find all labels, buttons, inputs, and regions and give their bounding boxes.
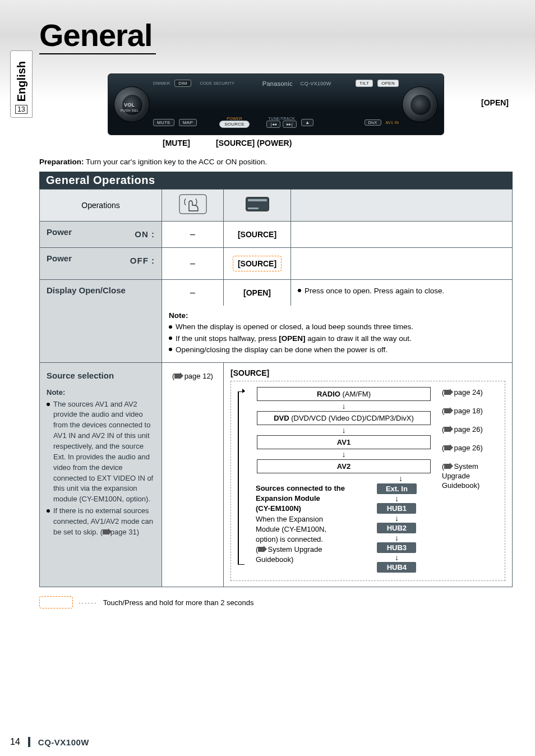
- source-note-2b: page 31): [108, 528, 139, 536]
- language-page-index: 13: [15, 105, 27, 114]
- brand-label: Panasonic: [262, 80, 293, 87]
- expansion-text: Sources connected to the Expansion Modul…: [256, 483, 348, 573]
- divx-label: DivX: [365, 119, 381, 126]
- callout-source-power: [SOURCE] (POWER): [216, 139, 292, 147]
- knob-vol-label: VOL: [124, 102, 135, 108]
- power-off-label-cell: Power OFF :: [40, 248, 162, 280]
- flow-dvd-b: DVD: [274, 414, 289, 422]
- power-off-desc: [291, 248, 513, 280]
- power-label: POWER: [227, 117, 242, 121]
- page-ref-av1-text: page 26): [454, 425, 483, 434]
- flow-radio: RADIO (AM/FM): [257, 387, 431, 401]
- bullet-icon: [169, 325, 172, 329]
- preparation-text: Turn your car's ignition key to the ACC …: [84, 158, 268, 166]
- page: English 13 General [VOL] [TILT] [OPEN] V…: [0, 0, 535, 756]
- flow-av1: AV1: [257, 435, 431, 449]
- source-button: SOURCE: [219, 121, 250, 128]
- bullet-icon: [169, 336, 172, 340]
- flow-av2: AV2: [257, 459, 431, 473]
- arrow-down-icon: ↓: [395, 553, 399, 562]
- flow-radio-b: RADIO: [317, 390, 340, 398]
- map-button: MAP: [179, 119, 197, 126]
- device-top-row: DIMMER DIM CODE SECURITY Panasonic CQ-VX…: [153, 80, 399, 87]
- operations-table: Operations Power ON : – [SOURCE]: [39, 189, 513, 587]
- expansion-title-2: (CY-EM100N): [256, 504, 301, 513]
- bullet-icon: [298, 289, 301, 292]
- device-bottom-row: MUTE MAP POWER SOURCE TUNE/TRACK |◂◂ ▸▸|…: [153, 117, 399, 128]
- remote-icon: [246, 197, 269, 211]
- bullet-icon: [47, 403, 50, 406]
- arrow-down-icon: ↓: [342, 426, 346, 434]
- power-off-label: Power: [47, 253, 72, 263]
- arrow-down-icon: ↓: [399, 474, 403, 482]
- flow-hub3: HUB3: [377, 542, 416, 553]
- power-on-state: ON :: [135, 229, 155, 239]
- loop-indicator: [238, 387, 246, 573]
- open-button: OPEN: [377, 80, 399, 87]
- page-ref-av1: ( page 26): [442, 425, 498, 434]
- power-off-remote: [SOURCE]: [224, 248, 291, 280]
- legend: ······ Touch/Press and hold for more tha…: [39, 596, 513, 609]
- source-hand-ref: page 12): [185, 372, 213, 380]
- flow-pageref-column: ( page 24) ( page 18) ( page 26) ( page …: [442, 387, 498, 491]
- display-remote: [OPEN]: [224, 280, 291, 306]
- model-label: CQ-VX100W: [301, 81, 331, 86]
- device-diagram-area: [VOL] [TILT] [OPEN] VOL PUSH SEL DIMMER …: [39, 58, 513, 147]
- display-note-2c: again to draw it all the way out.: [306, 334, 412, 343]
- power-on-remote: [SOURCE]: [224, 222, 291, 248]
- eject-button: ▲: [301, 119, 313, 126]
- source-note-2: If there is no external sources connecte…: [53, 506, 155, 538]
- page-footer: 14 CQ-VX100W: [10, 737, 89, 747]
- language-label: English: [15, 61, 28, 102]
- header-desc-cell: [291, 190, 513, 222]
- footer-rule: [28, 737, 30, 747]
- source-left-cell: Source selection Note: The sources AV1 a…: [40, 363, 162, 587]
- power-off-hand: –: [162, 248, 224, 280]
- display-note-1: When the display is opened or closed, a …: [176, 322, 413, 331]
- header-remote-icon-cell: [224, 190, 291, 222]
- arrow-icon: [444, 390, 450, 395]
- bullet-icon: [169, 348, 172, 351]
- preparation-line: Preparation: Turn your car's ignition ke…: [39, 158, 513, 166]
- tilt-button: TILT: [356, 80, 373, 87]
- power-on-label: Power: [47, 227, 72, 237]
- source-hand: ( page 12): [162, 363, 224, 587]
- power-off-state: OFF :: [130, 256, 155, 265]
- hold-indicator: [SOURCE]: [233, 256, 282, 271]
- header-touch-icon-cell: [162, 190, 224, 222]
- display-desc-text: Press once to open. Press again to close…: [305, 287, 444, 295]
- expansion-block: Sources connected to the Expansion Modul…: [251, 483, 436, 573]
- flow-dvd-t: (DVD/VCD (Video CD)/CD/MP3/DivX): [289, 414, 414, 422]
- page-ref: [103, 528, 108, 536]
- flow-stack: RADIO (AM/FM) ↓ DVD (DVD/VCD (Video CD)/…: [251, 387, 436, 573]
- callout-mute: [MUTE]: [163, 139, 190, 147]
- arrow-down-icon: ↓: [395, 494, 399, 503]
- display-note-3: Opening/closing the display can be done …: [176, 345, 388, 354]
- legend-text: Touch/Press and hold for more than 2 sec…: [103, 598, 254, 607]
- table-header-row: Operations: [40, 190, 513, 222]
- arrow-down-icon: ↓: [342, 450, 346, 458]
- arrow-icon: [444, 427, 450, 432]
- page-number: 14: [10, 737, 20, 747]
- page-ref: [258, 545, 264, 554]
- power-on-remote-btn: [SOURCE]: [238, 230, 276, 239]
- expansion-desc: When the Expansion Module (CY-EM100N, op…: [256, 515, 326, 543]
- system-upgrade-ref: ( System Upgrade Guidebook): [442, 462, 498, 491]
- display-note-2b: [OPEN]: [279, 334, 305, 343]
- power-on-hand: –: [162, 222, 224, 248]
- mute-button: MUTE: [153, 119, 174, 126]
- page-ref-radio: ( page 24): [442, 388, 498, 397]
- page-ref-dvd-text: page 18): [454, 407, 483, 415]
- callout-open: [OPEN]: [481, 98, 509, 107]
- knob-pushsel-label: PUSH SEL: [121, 109, 139, 112]
- power-on-desc: [291, 222, 513, 248]
- chapter-title: General: [39, 17, 156, 54]
- row-display-open-close: Display Open/Close – [OPEN] Press once t…: [40, 280, 513, 306]
- arrow-icon: [444, 408, 450, 413]
- arrow-icon: [258, 547, 264, 552]
- hub-stack: Ext. In ↓ HUB1 ↓ HUB2 ↓ HUB3 ↓ HUB4: [357, 483, 436, 573]
- source-note-1: The sources AV1 and AV2 provide the audi…: [53, 399, 155, 505]
- power-off-remote-btn: [SOURCE]: [238, 259, 276, 268]
- flow-av1-b: AV1: [337, 438, 350, 446]
- preparation-label: Preparation:: [39, 158, 84, 166]
